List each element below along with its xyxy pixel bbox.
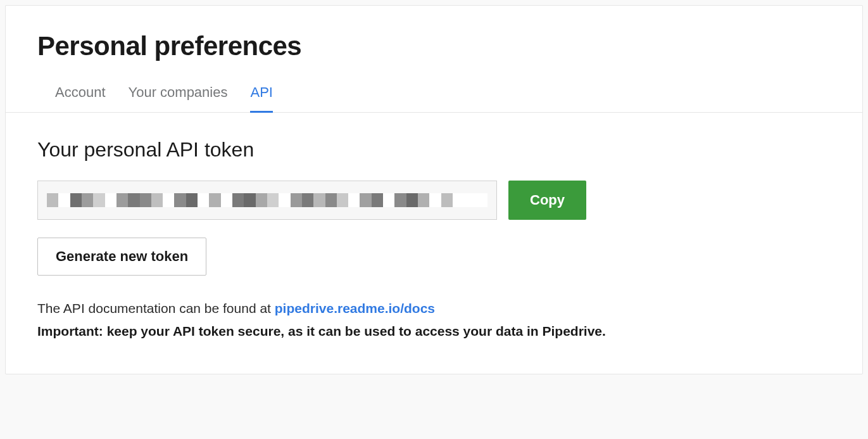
preferences-card: Personal preferences Account Your compan…	[5, 5, 863, 374]
tab-your-companies[interactable]: Your companies	[129, 79, 228, 113]
tab-api[interactable]: API	[250, 79, 272, 113]
token-row: Copy	[37, 181, 831, 220]
section-title: Your personal API token	[37, 138, 831, 162]
tab-account[interactable]: Account	[55, 79, 106, 113]
card-body: Your personal API token	[6, 113, 862, 374]
important-line: Important: keep your API token secure, a…	[37, 320, 831, 343]
obscured-token-icon	[47, 193, 487, 207]
generate-new-token-button[interactable]: Generate new token	[37, 238, 206, 276]
api-token-field[interactable]	[37, 181, 497, 220]
doc-line: The API documentation can be found at pi…	[37, 297, 831, 320]
tabs-bar: Account Your companies API	[6, 79, 862, 113]
doc-text-prefix: The API documentation can be found at	[37, 301, 275, 315]
card-header: Personal preferences Account Your compan…	[6, 6, 862, 113]
copy-button[interactable]: Copy	[508, 181, 586, 220]
page-title: Personal preferences	[37, 31, 831, 61]
doc-link[interactable]: pipedrive.readme.io/docs	[275, 301, 435, 315]
